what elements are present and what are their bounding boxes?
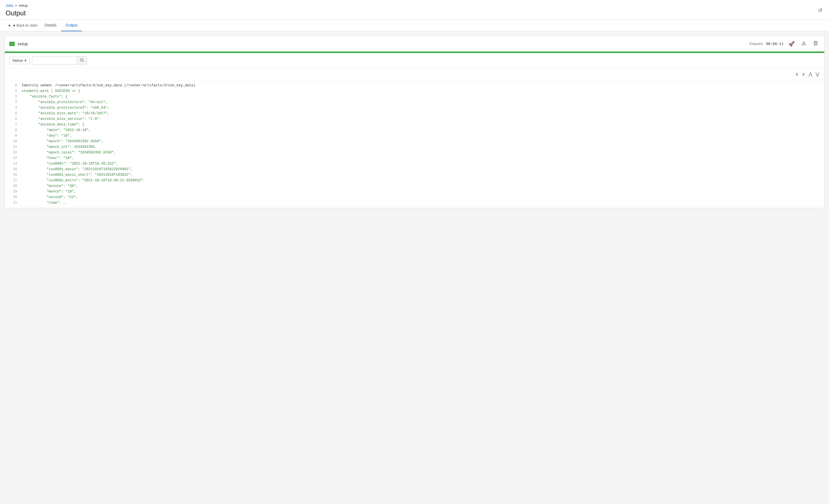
line-content: "iso8601_micro": "2021-10-18T18:38:22.02… bbox=[22, 178, 150, 183]
nav-down-icon: ∨ bbox=[802, 72, 805, 77]
search-input-wrap bbox=[32, 57, 87, 65]
line-content: "minute": "38", bbox=[22, 183, 83, 189]
line-content: "second": "22", bbox=[22, 194, 83, 200]
line-number: 10 bbox=[5, 139, 22, 144]
back-to-jobs-label: ◄ Back to Jobs bbox=[12, 23, 37, 27]
nav-down-button[interactable]: ∨ bbox=[800, 70, 807, 78]
line-number: 0 bbox=[5, 83, 22, 88]
header-actions: ↺ bbox=[817, 6, 823, 14]
table-row: 1student1-win1 | SUCCESS => { bbox=[5, 88, 824, 94]
line-number: 18 bbox=[5, 183, 22, 189]
table-row: 2 "ansible_facts": { bbox=[5, 94, 824, 100]
elapsed-value: 00:00:12 bbox=[766, 42, 784, 46]
tab-output[interactable]: Output bbox=[61, 20, 82, 31]
search-input[interactable] bbox=[32, 57, 77, 64]
task-status-icon bbox=[9, 42, 15, 46]
table-row: 11 "epoch_int": 1634582302, bbox=[5, 144, 824, 150]
line-content: "iso8601_basic": "20211018T183822026801"… bbox=[22, 167, 137, 172]
breadcrumb: Jobs > setup bbox=[6, 3, 28, 7]
line-number: 17 bbox=[5, 178, 22, 183]
delete-button[interactable] bbox=[812, 39, 820, 48]
history-button[interactable]: ↺ bbox=[817, 6, 823, 14]
line-number: 11 bbox=[5, 144, 22, 150]
line-number: 5 bbox=[5, 111, 22, 116]
dropdown-arrow-icon: ▾ bbox=[25, 59, 27, 63]
table-row: 19 "month": "10", bbox=[5, 189, 824, 194]
breadcrumb-jobs-link[interactable]: Jobs bbox=[6, 3, 13, 7]
history-icon: ↺ bbox=[818, 7, 822, 13]
task-header: setup Elapsed 00:00:12 🚀 bbox=[5, 36, 824, 51]
output-nav-row: ∧ ∨ ⋀ ⋁ bbox=[5, 68, 824, 80]
tab-bar: ◄ ◄ Back to Jobs Details Output bbox=[0, 20, 829, 31]
tab-details-label: Details bbox=[45, 23, 57, 27]
line-content: "iso8601_basic_short": "20211018T183822"… bbox=[22, 172, 137, 178]
line-number: 13 bbox=[5, 155, 22, 161]
download-button[interactable] bbox=[800, 39, 808, 48]
table-row: 17 "iso8601_micro": "2021-10-18T18:38:22… bbox=[5, 178, 824, 183]
breadcrumb-separator: > bbox=[15, 3, 17, 7]
table-row: 9 "day": "18", bbox=[5, 133, 824, 139]
line-content: "date": "2021-10-18", bbox=[22, 128, 95, 133]
stdout-dropdown[interactable]: Stdout ▾ bbox=[9, 57, 30, 64]
rocket-button[interactable]: 🚀 bbox=[787, 40, 796, 48]
line-number: 12 bbox=[5, 150, 22, 155]
search-icon bbox=[80, 59, 84, 63]
search-button[interactable] bbox=[77, 57, 86, 64]
table-row: 12 "epoch_local": "1634582302.0268", bbox=[5, 150, 824, 155]
back-arrow-icon: ◄ bbox=[7, 23, 11, 27]
line-content: "day": "18", bbox=[22, 133, 76, 139]
line-content: "ansible_bios_version": "1.0", bbox=[22, 116, 106, 122]
code-area: 0Identity added: /runner/artifacts/3/ssh… bbox=[5, 80, 824, 208]
svg-line-2 bbox=[82, 61, 83, 62]
nav-up-button[interactable]: ∧ bbox=[794, 70, 800, 78]
nav-top-button[interactable]: ⋀ bbox=[807, 70, 814, 78]
line-content: "time": … bbox=[22, 200, 70, 206]
table-row: 18 "minute": "38", bbox=[5, 183, 824, 189]
line-content: "ansible_architecture2": "x86_64", bbox=[22, 105, 114, 111]
tab-output-label: Output bbox=[66, 23, 77, 27]
stdout-label: Stdout bbox=[12, 59, 23, 63]
line-number: 2 bbox=[5, 94, 22, 100]
line-content: "ansible_architecture": "64-bit", bbox=[22, 100, 112, 105]
line-number: 19 bbox=[5, 189, 22, 194]
content-area: setup Elapsed 00:00:12 🚀 bbox=[4, 36, 825, 208]
table-row: 14 "iso8601": "2021-10-18T18:38:22Z", bbox=[5, 161, 824, 167]
nav-bottom-icon: ⋁ bbox=[816, 72, 819, 77]
svg-point-1 bbox=[80, 59, 83, 61]
line-number: 9 bbox=[5, 133, 22, 139]
page-title: Output bbox=[6, 9, 28, 17]
table-row: 4 "ansible_architecture2": "x86_64", bbox=[5, 105, 824, 111]
line-number: 4 bbox=[5, 105, 22, 111]
nav-up-icon: ∧ bbox=[795, 72, 799, 77]
table-row: 8 "date": "2021-10-18", bbox=[5, 128, 824, 133]
elapsed-label: Elapsed bbox=[749, 42, 762, 46]
line-number: 14 bbox=[5, 161, 22, 167]
table-row: 3 "ansible_architecture": "64-bit", bbox=[5, 100, 824, 105]
output-lines-area: 0Identity added: /runner/artifacts/3/ssh… bbox=[5, 80, 824, 208]
table-row: 21 "time": … bbox=[5, 200, 824, 206]
breadcrumb-current: setup bbox=[19, 3, 28, 7]
line-content: "epoch_local": "1634582302.0268", bbox=[22, 150, 120, 155]
line-content: "epoch": "1634582302.0268", bbox=[22, 139, 108, 144]
table-row: 10 "epoch": "1634582302.0268", bbox=[5, 139, 824, 144]
tab-details[interactable]: Details bbox=[40, 20, 61, 31]
table-row: 0Identity added: /runner/artifacts/3/ssh… bbox=[5, 83, 824, 88]
table-row: 6 "ansible_bios_version": "1.0", bbox=[5, 116, 824, 122]
output-controls: Stdout ▾ bbox=[5, 53, 824, 68]
line-number: 8 bbox=[5, 128, 22, 133]
line-content: "ansible_date_time": { bbox=[22, 122, 89, 128]
task-name-row: setup bbox=[9, 41, 28, 46]
line-number: 1 bbox=[5, 88, 22, 94]
back-to-jobs-tab[interactable]: ◄ ◄ Back to Jobs bbox=[4, 20, 40, 31]
line-content: "month": "10", bbox=[22, 189, 80, 194]
nav-top-icon: ⋀ bbox=[808, 72, 812, 77]
line-number: 20 bbox=[5, 194, 22, 200]
line-number: 3 bbox=[5, 100, 22, 105]
task-name-label: setup bbox=[17, 41, 28, 46]
line-content: Identity added: /runner/artifacts/3/ssh_… bbox=[22, 83, 200, 88]
table-row: 15 "iso8601_basic": "20211018T1838220268… bbox=[5, 167, 824, 172]
line-content: "ansible_bios_date": "10/16/2017", bbox=[22, 111, 114, 116]
nav-bottom-button[interactable]: ⋁ bbox=[814, 70, 821, 78]
line-content: "epoch_int": 1634582302, bbox=[22, 144, 101, 150]
table-row: 7 "ansible_date_time": { bbox=[5, 122, 824, 128]
